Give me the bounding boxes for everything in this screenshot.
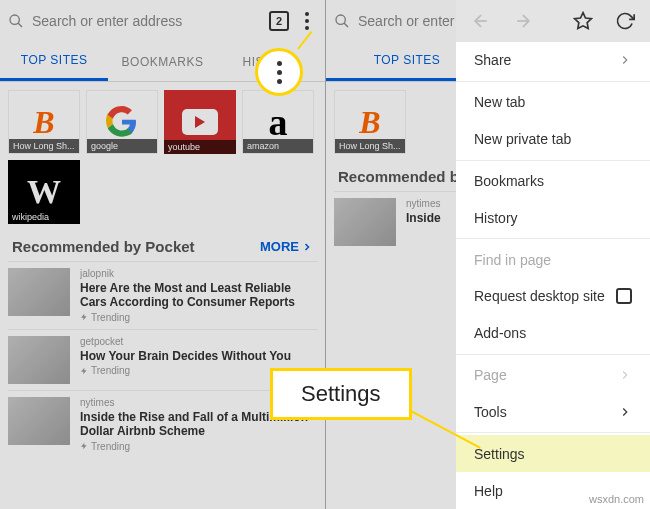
- google-icon: [106, 106, 138, 138]
- wikipedia-icon: W: [27, 173, 61, 211]
- chevron-right-icon: [618, 405, 632, 419]
- bookmark-star-button[interactable]: [564, 2, 602, 40]
- chevron-right-icon: [618, 368, 632, 382]
- top-sites-grid: BHow Long Sh... google youtube aamazon W…: [0, 82, 325, 232]
- svg-line-1: [18, 23, 22, 27]
- pocket-header: Recommended by Pocket MORE: [0, 232, 325, 261]
- menu-bookmarks[interactable]: Bookmarks: [456, 162, 650, 199]
- watermark: wsxdn.com: [589, 493, 644, 505]
- menu-tools[interactable]: Tools: [456, 393, 650, 430]
- star-icon: [573, 11, 593, 31]
- pocket-more-link[interactable]: MORE: [260, 239, 313, 254]
- article-thumbnail: [8, 397, 70, 445]
- svg-point-0: [10, 15, 19, 24]
- callout-overflow-highlight: [255, 48, 303, 96]
- svg-marker-6: [575, 13, 592, 29]
- trending-badge: Trending: [80, 441, 317, 452]
- article-source: jalopnik: [80, 268, 317, 279]
- article-title: Here Are the Most and Least Reliable Car…: [80, 281, 317, 310]
- svg-point-2: [336, 15, 345, 24]
- article-thumbnail: [334, 198, 396, 246]
- menu-new-private-tab[interactable]: New private tab: [456, 121, 650, 158]
- menu-page: Page: [456, 357, 650, 394]
- tile-amazon[interactable]: aamazon: [242, 90, 314, 154]
- menu-new-tab[interactable]: New tab: [456, 84, 650, 121]
- tile-wikipedia[interactable]: Wwikipedia: [8, 160, 80, 224]
- arrow-right-icon: [513, 11, 533, 31]
- search-icon: [334, 13, 350, 29]
- svg-line-3: [344, 23, 348, 27]
- bolt-icon: [80, 367, 88, 375]
- article-title: How Your Brain Decides Without You: [80, 349, 317, 363]
- youtube-icon: [182, 109, 218, 135]
- amazon-icon: a: [269, 100, 288, 144]
- tile-google[interactable]: google: [86, 90, 158, 154]
- menu-find-in-page: Find in page: [456, 241, 650, 278]
- article-thumbnail: [8, 336, 70, 384]
- tile-youtube[interactable]: youtube: [164, 90, 236, 154]
- menu-nav-toolbar: [456, 0, 650, 42]
- article-source: getpocket: [80, 336, 317, 347]
- menu-share[interactable]: Share: [456, 42, 650, 79]
- tab-bookmarks[interactable]: BOOKMARKS: [108, 42, 216, 81]
- menu-addons[interactable]: Add-ons: [456, 315, 650, 352]
- b-icon: B: [33, 104, 54, 141]
- pocket-title: Recommended by Pocket: [12, 238, 195, 255]
- arrow-left-icon: [471, 11, 491, 31]
- tab-topsites[interactable]: TOP SITES: [0, 42, 108, 81]
- menu-settings[interactable]: Settings: [456, 435, 650, 472]
- trending-badge: Trending: [80, 312, 317, 323]
- tile-howlong[interactable]: BHow Long Sh...: [8, 90, 80, 154]
- menu-history[interactable]: History: [456, 199, 650, 236]
- url-toolbar: Search or enter address 2: [0, 0, 325, 42]
- b-icon: B: [359, 104, 380, 141]
- back-button[interactable]: [462, 2, 500, 40]
- bolt-icon: [80, 313, 88, 321]
- pocket-articles: jalopnik Here Are the Most and Least Rel…: [0, 261, 325, 458]
- search-placeholder: Search or enter address: [32, 13, 182, 29]
- callout-settings-label: Settings: [270, 368, 412, 420]
- search-bar[interactable]: Search or enter address: [8, 13, 261, 29]
- dots-icon: [269, 57, 290, 88]
- tab-count-button[interactable]: 2: [269, 11, 289, 31]
- overflow-menu-button[interactable]: [297, 8, 317, 34]
- screen-2: Search or enter address TOP SITES BHow L…: [325, 0, 650, 509]
- checkbox-icon[interactable]: [616, 288, 632, 304]
- overflow-menu: Share New tab New private tab Bookmarks …: [456, 42, 650, 509]
- chevron-right-icon: [618, 53, 632, 67]
- reload-icon: [615, 11, 635, 31]
- bolt-icon: [80, 442, 88, 450]
- search-icon: [8, 13, 24, 29]
- article-thumbnail: [8, 268, 70, 316]
- forward-button[interactable]: [504, 2, 542, 40]
- tile-howlong[interactable]: BHow Long Sh...: [334, 90, 406, 154]
- menu-request-desktop[interactable]: Request desktop site: [456, 278, 650, 315]
- article-item[interactable]: jalopnik Here Are the Most and Least Rel…: [8, 261, 317, 329]
- chevron-right-icon: [301, 241, 313, 253]
- reload-button[interactable]: [606, 2, 644, 40]
